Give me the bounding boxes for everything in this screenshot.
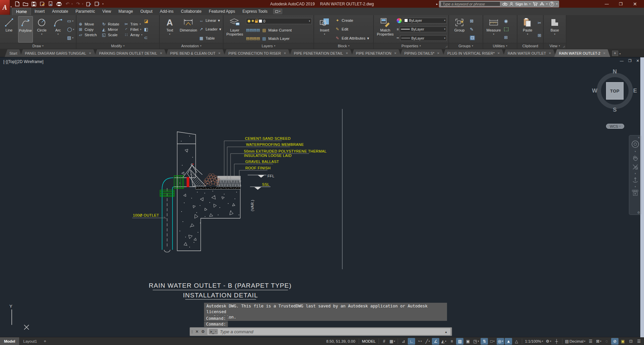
status-object-snap[interactable]: ◭▾ [440,338,447,345]
status-clean-screen[interactable]: ⊡ [627,338,635,345]
status-annotation-visibility[interactable]: ▲ [505,338,512,345]
paste-button[interactable]: Paste ▾ [519,16,536,43]
pipe-sleeve-red[interactable] [187,177,189,187]
plot-preview-icon[interactable] [86,1,92,7]
redo-caret-icon[interactable]: ▾ [82,3,84,5]
file-tab-close-icon[interactable]: ✕ [497,52,500,55]
status-annotation-monitor[interactable]: ┼ [553,338,560,345]
orbit-icon[interactable] [632,177,639,183]
file-tab-close-icon[interactable]: ✕ [218,52,221,55]
file-tab-close-icon[interactable]: ✕ [284,52,286,55]
layout1-tab[interactable]: Layout1 [19,337,41,345]
status-hardware-acceleration[interactable]: ⊘ [611,338,618,345]
window-maximize-button[interactable]: ❐ [614,0,628,8]
new-drawing-tab-button[interactable]: + [612,51,618,56]
panel-label-layers[interactable]: Layers▾ [224,43,313,49]
ribbon-display-toggle[interactable]: ▾ [273,9,283,14]
create-block-tool[interactable]: ✦Create [335,18,369,23]
fillet-tool[interactable]: ◜Fillet▾ [124,27,142,32]
command-prompt-chip[interactable]: >_▾ [209,329,218,334]
drawing-title-line2[interactable]: INSTALLATION DETAIL [183,292,258,299]
status-gizmo[interactable]: ◎▾ [497,338,504,345]
navigation-wheel-icon[interactable] [631,140,639,148]
label-ffl[interactable]: FFL [267,174,275,178]
lineweight-dropdown[interactable]: ByLayer▾ [400,26,447,32]
status-selection-cycling[interactable]: ▣ [464,338,472,345]
label-roof-finish[interactable]: ROOF FINISH [245,166,270,170]
status-lineweight[interactable]: ≡ [448,338,455,345]
array-tool[interactable]: ∷Array▾ [124,33,142,37]
viewcube-west[interactable]: W [592,88,597,94]
circle-button[interactable]: Circle ▾ [35,16,49,43]
move-tool[interactable]: ⊕Move [78,22,97,26]
cad-drawing[interactable]: Y CEMENT-SAND SCREED WATERPROOFING MEMBR… [0,57,644,337]
cut-tool[interactable]: ✂ [538,21,541,25]
search-binoculars-icon[interactable] [502,2,507,6]
ungroup-tool[interactable]: ⊠ [470,19,475,23]
command-line[interactable]: ⣿ ✕ ⚙ >_▾ ▴ [190,327,452,336]
label-waterproofing-membrane[interactable]: WATERPROOFING MEMBRANE [246,142,304,147]
file-tab-panel-diagram-garis-tunggal[interactable]: PANEL DIAGRAM GARIS TUNGGAL✕ [20,49,96,57]
viewcube-north[interactable]: N [613,68,617,75]
model-space-indicator[interactable]: MODEL [359,339,379,344]
status-polar-tracking[interactable]: ◔▾ [416,338,423,345]
text-button[interactable]: A Text ▾ [161,16,178,43]
file-tab-pipe-penetration-detail[interactable]: PIPE PENETRATION DETAIL✕ [289,49,353,57]
sign-in-caret-icon[interactable]: ▾ [529,3,531,5]
file-tab-pipe-penetration[interactable]: PIPE PENETRATION✕ [351,49,401,57]
status-transparency[interactable]: ▨ [456,338,463,345]
rotate-tool[interactable]: ↻Rotate [101,22,119,26]
ucs-icon[interactable] [12,309,29,330]
redo-icon[interactable]: ↷ [75,1,81,7]
insert-button[interactable]: Insert ▾ [316,16,333,43]
select-window-tool[interactable] [504,27,508,31]
label-outlet[interactable]: 100Ø OUTLET [133,213,159,217]
drawing-canvas[interactable]: [-] [Top] [2D Wireframe] — ❐ ✕ [0,57,644,337]
trim-tool[interactable]: ✂Trim▾ [124,22,142,26]
sign-in-button[interactable]: Sign In [515,2,528,6]
viewport-minimize-control[interactable]: [-] [3,59,7,64]
doc-minimize-button[interactable]: — [620,59,624,63]
match-layer-tool[interactable]: ▤▤▤▤ ▤ Match Layer [246,36,312,41]
wcs-dropdown[interactable]: WCS▿ [606,124,624,129]
panel-label-groups[interactable]: Groups▾ [449,43,483,49]
status-dynamic-ucs[interactable]: ⇅ [481,338,488,345]
navbar-settings-icon[interactable]: ⚙ [637,211,640,214]
text-flyout-caret-icon[interactable]: ▾ [169,33,170,35]
ribbon-tab-collaborate[interactable]: Collaborate [177,8,205,15]
ribbon-tab-express-tools[interactable]: Express Tools [239,8,271,15]
status-object-snap-tracking[interactable]: ∠ [432,338,439,345]
stretch-tool[interactable]: ▱Stretch [78,33,97,37]
undo-icon[interactable]: ↶ [64,1,70,7]
navigation-bar[interactable]: ✕ ▾ ▾ ▾ ⚙ [629,135,642,215]
panel-label-view[interactable]: View▾◿ [544,43,566,49]
group-edit-tool[interactable]: ✎ [470,27,475,32]
status-annotation-scale[interactable]: 1:1/100%▾ [524,338,544,345]
status-grid-display[interactable]: # [380,338,388,345]
file-tab-close-icon[interactable]: ✕ [89,52,92,55]
label-insulation-line2[interactable]: INSULATION LOOSE LAID [244,154,292,158]
ribbon-tab-home[interactable]: Home [12,8,31,15]
ribbon-tab-insert[interactable]: Insert [31,8,48,15]
status-isometric-drafting[interactable]: ╱▾ [424,338,431,345]
autodesk-caret-icon[interactable]: ▾ [546,3,548,5]
color-dropdown[interactable]: ByLayer▾ [403,18,447,23]
search-input[interactable] [441,1,500,6]
status-lock-ui[interactable]: ⊠▾ [595,338,602,345]
model-tab[interactable]: Model [0,337,19,345]
viewcube-east[interactable]: E [633,88,637,94]
label-insulation-line1[interactable]: 50mm EXTRUDED POLYSTYRENE THERMAL [244,149,327,153]
doc-restore-button[interactable]: ❐ [628,59,632,63]
qat-more-caret-icon[interactable]: ▾ [102,3,104,5]
circle-flyout-caret-icon[interactable]: ▾ [41,33,43,35]
match-properties-button[interactable]: Match Properties [376,16,395,43]
panel-label-modify[interactable]: Modify▾ [77,43,159,49]
edit-attributes-tool[interactable]: ✎Edit Attributes▾ [335,36,369,41]
paste-flyout-caret-icon[interactable]: ▾ [527,33,528,35]
help-caret-icon[interactable]: ▾ [556,3,557,5]
ribbon-tab-add-ins[interactable]: Add-ins [156,8,177,15]
status-selection-filtering[interactable]: □▾ [489,338,496,345]
file-tab-pipe-bend-clean-out[interactable]: PIPE BEND & CLEAN OUT✕ [165,49,226,57]
insert-flyout-caret-icon[interactable]: ▾ [324,33,325,35]
drawing-title-line1[interactable]: RAIN WATER OUTLET - B (PARAPET TYPE) [149,282,292,289]
